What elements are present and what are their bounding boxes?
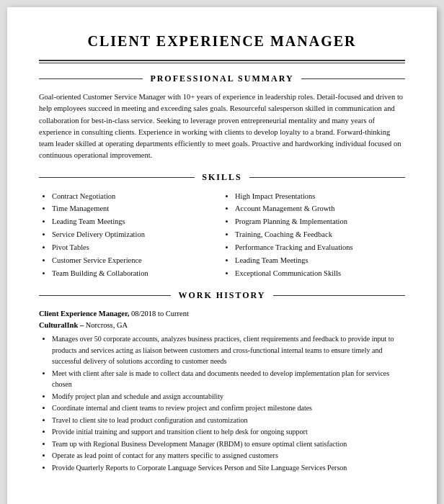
skills-line-left bbox=[39, 177, 195, 178]
bullet-item: Manages over 50 corporate accounts, anal… bbox=[52, 333, 405, 367]
resume-title: Client Experience Manager bbox=[39, 33, 405, 50]
summary-section-header: Professional Summary bbox=[39, 73, 405, 84]
skills-line-right bbox=[249, 177, 405, 178]
skill-item: Service Delivery Optimization bbox=[52, 228, 222, 241]
skill-item: Performance Tracking and Evaluations bbox=[235, 241, 405, 254]
skill-item: Customer Service Experience bbox=[52, 254, 222, 267]
bullet-item: Provide Quarterly Reports to Corporate L… bbox=[52, 462, 405, 474]
job-title: Client Experience Manager, bbox=[39, 310, 131, 318]
work-label: Work History bbox=[171, 290, 272, 301]
skills-label: Skills bbox=[195, 172, 249, 183]
bullet-item: Provide initial training and support and… bbox=[52, 426, 405, 438]
skill-item: Time Management bbox=[52, 202, 222, 215]
summary-text: Goal-oriented Customer Service Manager w… bbox=[39, 91, 405, 162]
work-section-header: Work History bbox=[39, 290, 405, 301]
bullet-item: Coordinate internal and client teams to … bbox=[52, 402, 405, 414]
resume-page: Client Experience Manager Professional S… bbox=[7, 7, 437, 504]
skill-item: Team Building & Collaboration bbox=[52, 267, 222, 280]
job-date: 08/2018 to Current bbox=[131, 310, 189, 318]
company-name: CulturalInk – bbox=[39, 321, 86, 329]
bullet-item: Operate as lead point of contact for any… bbox=[52, 450, 405, 462]
skill-item: High Impact Presentations bbox=[235, 190, 405, 203]
skill-item: Leading Team Meetings bbox=[52, 215, 222, 228]
skill-item: Training, Coaching & Feedback bbox=[235, 228, 405, 241]
job-bullets: Manages over 50 corporate accounts, anal… bbox=[39, 333, 405, 473]
skill-item: Account Management & Growth bbox=[235, 202, 405, 215]
work-line-right bbox=[273, 295, 405, 296]
skill-item: Leading Team Meetings bbox=[235, 254, 405, 267]
skills-section-header: Skills bbox=[39, 172, 405, 183]
skills-right-list: High Impact PresentationsAccount Managem… bbox=[222, 190, 405, 280]
divider-line-2 bbox=[39, 63, 405, 63]
title-divider bbox=[39, 60, 405, 63]
skill-item: Program Planning & Implementation bbox=[235, 215, 405, 228]
work-line-left bbox=[39, 295, 171, 296]
skills-right-col: High Impact PresentationsAccount Managem… bbox=[222, 190, 405, 280]
summary-line-left bbox=[39, 78, 143, 79]
bullets-list: Manages over 50 corporate accounts, anal… bbox=[39, 333, 405, 473]
skills-left-col: Contract NegotiationTime ManagementLeadi… bbox=[39, 190, 222, 280]
skills-left-list: Contract NegotiationTime ManagementLeadi… bbox=[39, 190, 222, 280]
divider-line-1 bbox=[39, 60, 405, 61]
skill-item: Pivot Tables bbox=[52, 241, 222, 254]
summary-label: Professional Summary bbox=[143, 73, 301, 84]
bullet-item: Meet with client after sale is made to c… bbox=[52, 368, 405, 390]
bullet-item: Travel to client site to lead product co… bbox=[52, 415, 405, 426]
company-line: CulturalInk – Norcross, GA bbox=[39, 320, 405, 331]
job-title-line: Client Experience Manager, 08/2018 to Cu… bbox=[39, 308, 405, 320]
skills-grid: Contract NegotiationTime ManagementLeadi… bbox=[39, 190, 405, 280]
summary-line-right bbox=[301, 78, 405, 79]
bullet-item: Team up with Regional Business Developme… bbox=[52, 438, 405, 450]
bullet-item: Modify project plan and schedule and ass… bbox=[52, 391, 405, 402]
skill-item: Exceptional Communication Skills bbox=[235, 267, 405, 280]
company-location: Norcross, GA bbox=[86, 321, 128, 329]
skill-item: Contract Negotiation bbox=[52, 190, 222, 203]
work-history-block: Client Experience Manager, 08/2018 to Cu… bbox=[39, 308, 405, 474]
